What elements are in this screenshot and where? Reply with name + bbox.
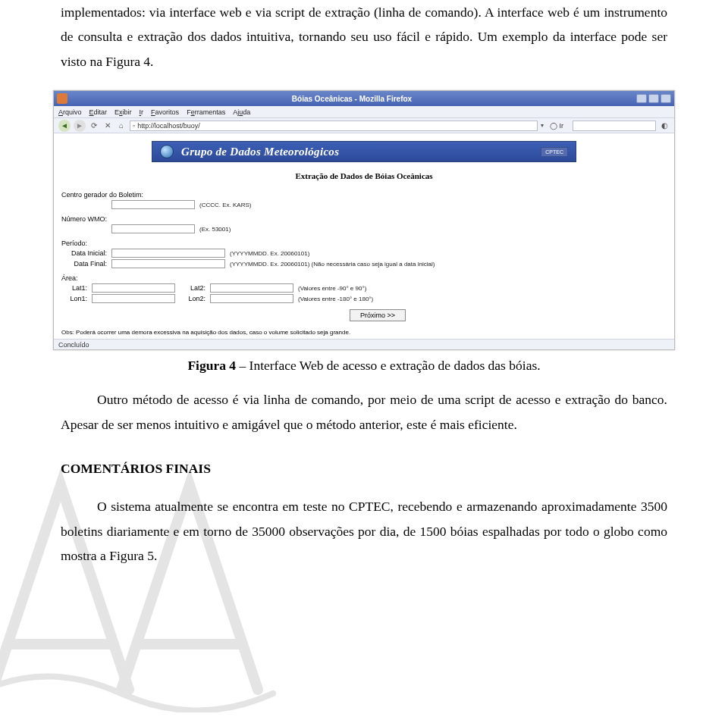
periodo-label: Período:: [61, 239, 667, 247]
figure4-screenshot: Bóias Oceânicas - Mozilla Firefox AArqui…: [53, 90, 675, 350]
browser-menubar: AArquivorquivo Editar Exibir Ir Favorito…: [54, 106, 674, 118]
url-text: http://localhost/buoy/: [137, 122, 200, 130]
body-paragraph-1: implementados: via interface web e via s…: [61, 0, 667, 74]
page-heading: Extração de Dados de Bóias Oceânicas: [61, 171, 667, 180]
wmo-hint: (Ex. 53001): [199, 226, 231, 233]
back-button[interactable]: ◄: [58, 120, 71, 132]
area-label: Área:: [61, 274, 667, 282]
centro-input[interactable]: [111, 200, 195, 209]
throbber-icon: ◐: [659, 121, 670, 131]
forward-button[interactable]: ►: [74, 120, 86, 132]
menu-arquivo[interactable]: AArquivorquivo: [58, 108, 82, 116]
menu-ajuda[interactable]: Ajuda: [233, 108, 250, 116]
search-input[interactable]: [573, 121, 656, 131]
data-final-label: Data Final:: [61, 260, 107, 268]
data-inicial-input[interactable]: [111, 249, 225, 258]
url-input[interactable]: ▫ http://localhost/buoy/: [130, 121, 538, 131]
figure4-caption: Figura 4 – Interface Web de acesso e ext…: [0, 358, 728, 374]
data-inicial-hint: (YYYYMMDD. Ex. 20060101): [230, 250, 309, 257]
lat-hint: (Valores entre -90° e 90°): [298, 285, 366, 292]
body-paragraph-2: Outro método de acesso é via linha de co…: [61, 387, 667, 437]
browser-statusbar: Concluído: [54, 339, 674, 349]
section-heading: COMENTÁRIOS FINAIS: [61, 456, 667, 481]
home-icon[interactable]: ⌂: [116, 121, 127, 131]
banner-logo: CPTEC: [541, 147, 568, 157]
lon2-label: Lon2:: [180, 295, 206, 302]
browser-navbar: ◄ ► ⟳ ✕ ⌂ ▫ http://localhost/buoy/ ▾ ◯ I…: [54, 118, 674, 133]
app-icon: [57, 93, 67, 104]
window-title: Bóias Oceânicas - Mozilla Firefox: [67, 95, 636, 103]
centro-hint: (CCCC. Ex. KARS): [199, 202, 251, 208]
window-titlebar: Bóias Oceânicas - Mozilla Firefox: [54, 91, 674, 106]
menu-exibir[interactable]: Exibir: [115, 108, 132, 116]
data-final-hint: (YYYYMMDD. Ex. 20060101) (Não necessária…: [230, 261, 435, 268]
stop-icon[interactable]: ✕: [102, 121, 113, 131]
lat2-input[interactable]: [210, 283, 293, 293]
status-text: Concluído: [58, 341, 89, 349]
data-inicial-label: Data Inicial:: [61, 249, 107, 257]
menu-ir[interactable]: Ir: [140, 108, 144, 116]
observation-note: Obs: Poderá ocorrer uma demora excessiva…: [61, 329, 667, 336]
banner-title: Grupo de Dados Meteorológicos: [181, 146, 533, 158]
reload-icon[interactable]: ⟳: [89, 121, 99, 131]
lon-hint: (Valores entre -180° e 180°): [298, 296, 373, 302]
menu-editar[interactable]: Editar: [89, 108, 108, 116]
lon1-input[interactable]: [92, 294, 175, 303]
lat2-label: Lat2:: [180, 284, 206, 292]
menu-favoritos[interactable]: Favoritos: [151, 108, 179, 116]
proximo-button[interactable]: Próximo >>: [350, 309, 406, 321]
body-paragraph-3: O sistema atualmente se encontra em test…: [61, 494, 667, 568]
globe-icon: [160, 145, 174, 158]
lon1-label: Lon1:: [61, 295, 87, 302]
minimize-button[interactable]: [636, 94, 647, 103]
data-final-input[interactable]: [111, 259, 225, 268]
menu-ferramentas[interactable]: Ferramentas: [187, 108, 225, 116]
lat1-input[interactable]: [92, 283, 175, 293]
maximize-button[interactable]: [648, 94, 659, 103]
wmo-input[interactable]: [111, 224, 195, 233]
lon2-input[interactable]: [210, 294, 293, 303]
centro-label: Centro gerador do Boletim:: [61, 191, 667, 199]
lat1-label: Lat1:: [61, 284, 87, 292]
wmo-label: Número WMO:: [61, 215, 667, 223]
page-banner: Grupo de Dados Meteorológicos CPTEC: [152, 141, 576, 162]
go-button[interactable]: ◯ Ir: [547, 122, 566, 130]
close-button[interactable]: [661, 94, 671, 103]
